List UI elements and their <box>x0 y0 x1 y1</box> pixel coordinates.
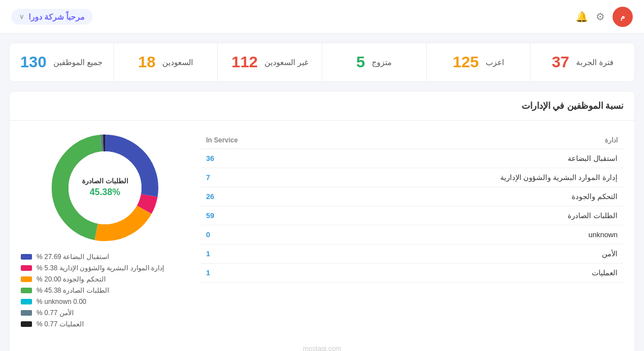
legend-label: استقبال البضاعة 27.69 % <box>36 253 109 261</box>
dept-value: 26 <box>200 187 307 206</box>
dept-value: 7 <box>200 168 307 187</box>
legend-label: الطلبات الصادرة 45.38 % <box>36 287 109 294</box>
legend-label: إدارة الموارد البشرية والشؤون الإدارية 5… <box>36 264 164 272</box>
table-row: استقبال البضاعة 36 <box>200 149 623 168</box>
stat-item: 112 غير السعودين <box>217 43 322 81</box>
legend-label: العمليات 0.77 % <box>36 320 84 328</box>
legend-item: الأمن 0.77 % <box>21 309 189 317</box>
stat-label: جميع الموظفين <box>53 58 103 67</box>
legend-item: التحكم والجودة 20.00 % <box>21 275 189 283</box>
watermark: mostaqi.com <box>10 339 634 351</box>
legend-label: unknown 0.00 % <box>36 298 86 306</box>
table-row: العمليات 1 <box>200 264 623 283</box>
legend-color <box>21 254 32 260</box>
dept-value: 1 <box>200 244 307 264</box>
stat-label: فترة الجربة <box>576 58 614 67</box>
logo: م <box>613 7 633 27</box>
legend-item: العمليات 0.77 % <box>21 320 189 328</box>
dept-table: ادارة In Service استقبال البضاعة 36 إدار… <box>200 132 623 283</box>
legend-color <box>21 321 32 327</box>
dept-value: 1 <box>200 264 307 283</box>
stat-item: 5 متزوج <box>322 43 426 81</box>
stat-item: 18 السعودين <box>113 43 218 81</box>
legend-color <box>21 288 32 293</box>
col-dept-header: ادارة <box>307 132 623 149</box>
bell-icon[interactable]: 🔔 <box>576 11 588 23</box>
dept-name: unknown <box>307 225 623 244</box>
dept-name: العمليات <box>307 264 623 283</box>
chevron-down-icon: ∨ <box>19 13 24 21</box>
stats-bar: 37 فترة الجربة 125 اعزب 5 متزوج 112 غير … <box>9 43 635 82</box>
dept-name: الأمن <box>307 244 623 264</box>
chart-area: الطلبات الصادرة 45.38% استقبال البضاعة 2… <box>21 132 189 328</box>
stat-label: اعزب <box>486 58 504 67</box>
dept-value: 59 <box>200 206 307 225</box>
greeting-text: مرحباً شركة دورا <box>29 12 85 21</box>
stat-number: 18 <box>138 53 156 71</box>
stat-item: 37 فترة الجربة <box>530 43 634 81</box>
dept-name: الطلبات الصادرة <box>307 206 623 225</box>
legend-item: unknown 0.00 % <box>21 298 189 306</box>
section-title: نسبة الموظفين في الإدارات <box>10 91 634 121</box>
legend-color <box>21 276 32 282</box>
stat-number: 112 <box>231 53 258 71</box>
stat-label: متزوج <box>372 58 392 67</box>
stat-label: غير السعودين <box>264 58 308 67</box>
dept-name: التحكم والجودة <box>307 187 623 206</box>
legend: استقبال البضاعة 27.69 % إدارة الموارد ال… <box>21 253 189 328</box>
dept-value: 0 <box>200 225 307 244</box>
donut-label-line1: الطلبات الصادرة <box>82 177 127 186</box>
legend-label: التحكم والجودة 20.00 % <box>36 275 106 283</box>
stat-number: 37 <box>552 53 569 71</box>
stat-item: 130 جميع الموظفين <box>10 43 113 81</box>
main-content: نسبة الموظفين في الإدارات ادارة In Servi… <box>9 91 635 351</box>
legend-item: إدارة الموارد البشرية والشؤون الإدارية 5… <box>21 264 189 272</box>
donut-chart: الطلبات الصادرة 45.38% <box>49 132 161 244</box>
legend-color <box>21 265 32 271</box>
stat-label: السعودين <box>162 58 193 67</box>
legend-color <box>21 310 32 316</box>
col-service-header: In Service <box>200 132 307 149</box>
donut-label-pct: 45.38% <box>82 186 127 198</box>
stat-item: 125 اعزب <box>426 43 531 81</box>
stat-number: 5 <box>357 53 366 71</box>
header: م ⚙ 🔔 مرحباً شركة دورا ∨ <box>0 0 644 34</box>
chart-section: ادارة In Service استقبال البضاعة 36 إدار… <box>10 121 634 339</box>
dept-name: استقبال البضاعة <box>307 149 623 168</box>
dept-value: 36 <box>200 149 307 168</box>
legend-item: استقبال البضاعة 27.69 % <box>21 253 189 261</box>
dept-name: إدارة الموارد البشرية والشؤون الإدارية <box>307 168 623 187</box>
table-row: إدارة الموارد البشرية والشؤون الإدارية 7 <box>200 168 623 187</box>
settings-icon[interactable]: ⚙ <box>596 11 605 23</box>
greeting-button[interactable]: مرحباً شركة دورا ∨ <box>11 9 93 25</box>
table-row: الأمن 1 <box>200 244 623 264</box>
table-row: unknown 0 <box>200 225 623 244</box>
stat-number: 125 <box>453 53 479 71</box>
table-row: الطلبات الصادرة 59 <box>200 206 623 225</box>
table-row: التحكم والجودة 26 <box>200 187 623 206</box>
header-left-icons: م ⚙ 🔔 <box>576 7 633 27</box>
legend-label: الأمن 0.77 % <box>36 309 74 317</box>
legend-item: الطلبات الصادرة 45.38 % <box>21 287 189 294</box>
stat-number: 130 <box>20 53 47 71</box>
legend-color <box>21 299 32 304</box>
donut-label: الطلبات الصادرة 45.38% <box>82 177 127 198</box>
